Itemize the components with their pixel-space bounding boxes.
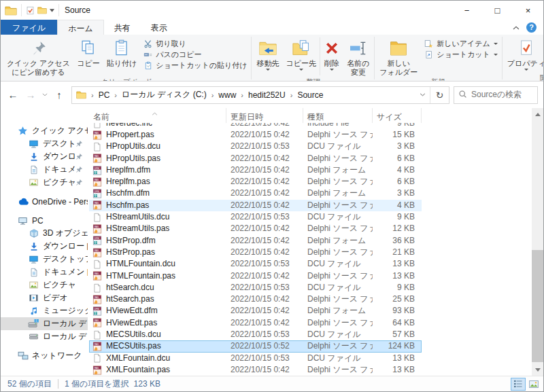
- sidebar-item-4[interactable]: ピクチャ: [1, 176, 88, 189]
- file-row[interactable]: PASHPropert.pas 2022/10/15 0:42 Delphi ソ…: [89, 129, 422, 141]
- sidebar-item-3[interactable]: ドキュメント: [1, 163, 88, 176]
- breadcrumb-segment-3[interactable]: hedit252U: [245, 89, 288, 101]
- back-button[interactable]: ←: [5, 87, 21, 103]
- paste-button[interactable]: 貼り付け: [103, 36, 141, 68]
- search-box[interactable]: Sourceの検索: [454, 86, 538, 104]
- file-row[interactable]: PAShtSearch.pas 2022/10/15 0:42 Delphi ソ…: [89, 293, 422, 305]
- copy-button[interactable]: コピー: [73, 36, 103, 68]
- file-row[interactable]: heverdec.inc 2022/10/15 0:42 Include Fil…: [89, 123, 422, 129]
- tab-file[interactable]: ファイル: [1, 20, 57, 35]
- sidebar-item-12[interactable]: ビデオ: [1, 291, 88, 304]
- column-header-name[interactable]: 名前: [89, 108, 226, 123]
- file-row[interactable]: DFMHViewEdt.dfm 2022/10/15 0:42 Delphi フ…: [89, 305, 422, 317]
- up-button[interactable]: ↑: [51, 87, 67, 103]
- close-button[interactable]: ×: [513, 1, 543, 20]
- sidebar-item-5[interactable]: OneDrive - Pers: [1, 195, 88, 208]
- qat-new-folder-button[interactable]: [37, 6, 47, 14]
- group-label-organize: 整理: [252, 77, 374, 82]
- file-row[interactable]: PASHreplfm.pas 2022/10/15 0:42 Delphi ソー…: [89, 176, 422, 188]
- properties-button[interactable]: プロパティ: [504, 36, 543, 73]
- file-row[interactable]: HPropUtils.dcu 2022/10/15 0:53 DCU ファイル …: [89, 141, 422, 152]
- maximize-button[interactable]: □: [482, 1, 513, 20]
- recent-locations-chevron-icon[interactable]: [40, 87, 50, 103]
- breadcrumb-chevron-icon[interactable]: ›: [89, 91, 96, 99]
- copy-to-button[interactable]: コピー先: [282, 36, 320, 73]
- forward-button[interactable]: →: [22, 87, 39, 103]
- file-row[interactable]: PASHTMLFountain.pas 2022/10/15 0:42 Delp…: [89, 270, 422, 282]
- sidebar-item-11[interactable]: ピクチャ: [1, 279, 88, 291]
- delete-button[interactable]: 削除: [320, 36, 343, 73]
- breadcrumb-segment-2[interactable]: www: [216, 89, 239, 101]
- qat-customize-chevron-icon[interactable]: [50, 9, 54, 12]
- scrollbar-thumb[interactable]: [532, 250, 543, 362]
- sidebar-item-16[interactable]: ネットワーク: [1, 349, 88, 362]
- new-shortcut-button[interactable]: ショートカット: [421, 49, 500, 60]
- file-row[interactable]: PASHStreamUtils.pas 2022/10/15 0:42 Delp…: [89, 223, 422, 234]
- pin-icon: [75, 140, 88, 147]
- collapse-ribbon-chevron-icon[interactable]: [513, 22, 520, 32]
- details-view-button[interactable]: [511, 378, 526, 391]
- file-row[interactable]: htSearch.dcu 2022/10/15 0:53 DCU ファイル 9 …: [89, 282, 422, 293]
- sidebar-item-13[interactable]: ミュージック: [1, 304, 88, 317]
- breadcrumb-chevron-icon[interactable]: ›: [112, 91, 119, 99]
- file-row[interactable]: PASHPropUtils.pas 2022/10/15 0:42 Delphi…: [89, 153, 422, 164]
- breadcrumb-chevron-icon[interactable]: ›: [288, 91, 295, 99]
- large-icons-view-button[interactable]: [526, 378, 541, 391]
- new-item-button[interactable]: 新しいアイテム: [421, 38, 500, 49]
- file-row[interactable]: PASHschfm.pas 2022/10/15 0:42 Delphi ソース…: [89, 200, 422, 211]
- file-row[interactable]: MECSUtils.dcu 2022/10/15 0:53 DCU ファイル 5…: [89, 329, 422, 340]
- file-row[interactable]: XMLFountain.dcu 2022/10/15 0:53 DCU ファイル…: [89, 353, 422, 364]
- file-row[interactable]: PASXMLFountain.pas 2022/10/15 0:42 Delph…: [89, 364, 422, 376]
- file-row[interactable]: HTMLFountain.dcu 2022/10/15 0:53 DCU ファイ…: [89, 258, 422, 270]
- sidebar-item-10[interactable]: ドキュメント: [1, 266, 88, 279]
- file-row[interactable]: DFMHStrProp.dfm 2022/10/15 0:42 Delphi フ…: [89, 235, 422, 247]
- breadcrumb-segment-4[interactable]: Source: [294, 89, 326, 101]
- sidebar-item-2[interactable]: ダウンロード: [1, 150, 88, 163]
- sidebar-item-6[interactable]: PC: [1, 214, 88, 227]
- scroll-down-arrow-icon[interactable]: [532, 364, 543, 376]
- file-name: HTMLFountain.dcu: [106, 258, 175, 270]
- file-size-cell: 93 KB: [373, 305, 422, 317]
- tab-home[interactable]: ホーム: [57, 20, 104, 35]
- rename-button[interactable]: 名前の 変更: [343, 36, 373, 77]
- minimize-button[interactable]: −: [452, 1, 482, 20]
- scroll-up-arrow-icon[interactable]: [532, 108, 543, 120]
- file-row[interactable]: PASHStrProp.pas 2022/10/15 0:42 Delphi ソ…: [89, 247, 422, 258]
- breadcrumb-segment-1[interactable]: ローカル ディスク (C:): [119, 88, 209, 102]
- file-name: htSearch.dcu: [106, 282, 154, 293]
- file-row[interactable]: PASHViewEdt.pas 2022/10/15 0:42 Delphi ソ…: [89, 317, 422, 329]
- help-icon[interactable]: ?: [526, 22, 537, 33]
- breadcrumb-chevron-icon[interactable]: ›: [209, 91, 216, 99]
- address-bar[interactable]: ›PC›ローカル ディスク (C:)›www›hedit252U›Source …: [71, 86, 449, 104]
- qat-properties-button[interactable]: [26, 6, 35, 15]
- address-dropdown-chevron-icon[interactable]: [415, 93, 430, 96]
- pin-to-quick-access-button[interactable]: クイック アクセス にピン留めする: [3, 36, 73, 77]
- breadcrumb-chevron-icon[interactable]: ›: [239, 91, 245, 99]
- paste-shortcut-button[interactable]: ショートカットの貼り付け: [140, 60, 250, 71]
- breadcrumb-segment-0[interactable]: PC: [96, 89, 113, 101]
- file-type-cell: DCU ファイル: [303, 282, 373, 293]
- file-row[interactable]: DFMHreplfm.dfm 2022/10/15 0:42 Delphi フォ…: [89, 164, 422, 176]
- sidebar-item-0[interactable]: クイック アクセス: [1, 124, 88, 137]
- file-row[interactable]: DFMHschfm.dfm 2022/10/15 0:42 Delphi フォー…: [89, 188, 422, 199]
- refresh-button[interactable]: ↻: [430, 87, 449, 103]
- move-to-button[interactable]: 移動先: [253, 36, 282, 73]
- vertical-scrollbar[interactable]: [532, 108, 543, 376]
- file-row[interactable]: PASMECSUtils.pas 2022/10/15 0:52 Delphi …: [89, 340, 422, 352]
- new-folder-button[interactable]: 新しい フォルダー: [376, 36, 421, 77]
- sidebar-item-14[interactable]: ローカル ディスク: [1, 317, 88, 330]
- copy-path-button[interactable]: パスのコピー: [140, 49, 250, 60]
- sidebar-item-9[interactable]: デスクトップ: [1, 253, 88, 266]
- column-header-type[interactable]: 種類: [303, 108, 373, 123]
- sidebar-item-7[interactable]: 3D オブジェクト: [1, 227, 88, 240]
- tab-share[interactable]: 共有: [104, 20, 141, 35]
- sidebar-item-15[interactable]: ローカル ディスク: [1, 330, 88, 343]
- file-size-cell: 13 KB: [373, 258, 422, 270]
- sidebar-item-1[interactable]: デスクトップ: [1, 137, 88, 150]
- file-row[interactable]: HStreamUtils.dcu 2022/10/15 0:53 DCU ファイ…: [89, 211, 422, 223]
- tab-view[interactable]: 表示: [141, 20, 177, 35]
- column-header-size[interactable]: サイズ: [373, 108, 422, 123]
- sidebar-item-8[interactable]: ダウンロード: [1, 240, 88, 253]
- cut-button[interactable]: 切り取り: [140, 38, 250, 49]
- column-header-date[interactable]: 更新日時: [226, 108, 303, 123]
